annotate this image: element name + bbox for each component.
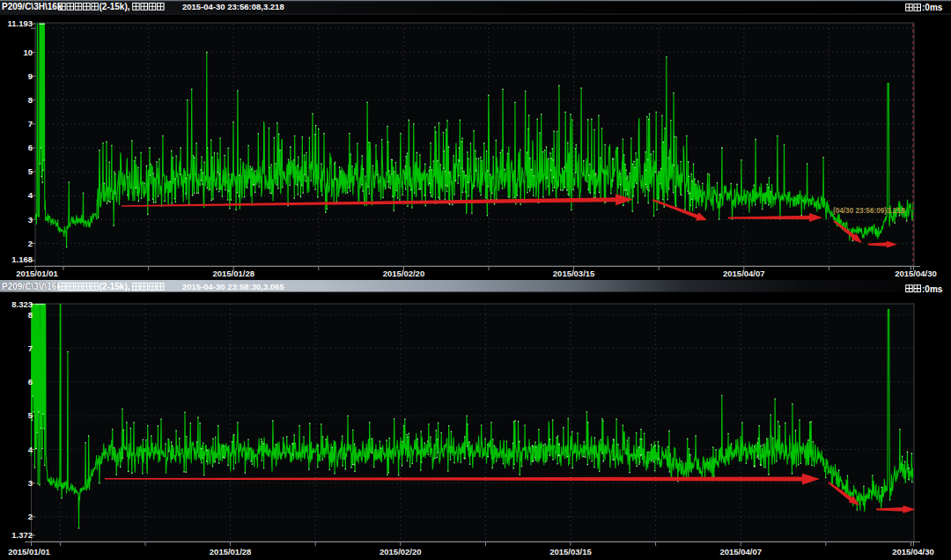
svg-text:5: 5 <box>28 166 33 176</box>
svg-text:2015/01/01: 2015/01/01 <box>8 547 50 556</box>
svg-text:10: 10 <box>23 48 33 57</box>
svg-text:(2-15k),: (2-15k), <box>100 282 130 291</box>
svg-text:5: 5 <box>28 410 33 420</box>
svg-text:7: 7 <box>28 119 33 129</box>
svg-text:1.372: 1.372 <box>11 530 33 540</box>
svg-text:11.193: 11.193 <box>7 18 33 28</box>
svg-text:3: 3 <box>28 215 33 225</box>
svg-text::0ms: :0ms <box>922 3 943 12</box>
svg-text:(04/30 23:56:09)3.218: (04/30 23:56:09)3.218 <box>833 207 905 215</box>
svg-text:2: 2 <box>28 239 33 248</box>
svg-text:2015-04-30 23:58:30,3.065: 2015-04-30 23:58:30,3.065 <box>182 282 284 291</box>
svg-text:2015/03/15: 2015/03/15 <box>553 269 595 278</box>
svg-text:2015/04/07: 2015/04/07 <box>719 547 762 556</box>
svg-text:P209/C\3H\16k: P209/C\3H\16k <box>2 2 63 11</box>
svg-text:2015/04/30: 2015/04/30 <box>895 269 937 278</box>
svg-text:2015/01/01: 2015/01/01 <box>16 269 58 278</box>
svg-text:8: 8 <box>28 310 33 320</box>
svg-text:3: 3 <box>28 478 33 488</box>
svg-text:2015/02/20: 2015/02/20 <box>380 547 422 556</box>
svg-text::0ms: :0ms <box>922 284 943 294</box>
svg-text:2015/01/28: 2015/01/28 <box>212 269 254 278</box>
svg-text:8: 8 <box>28 95 33 105</box>
svg-text:2015/04/07: 2015/04/07 <box>723 269 765 278</box>
svg-text:P209/C\3V\16k: P209/C\3V\16k <box>2 282 62 291</box>
svg-text:2015/04/30: 2015/04/30 <box>892 547 934 556</box>
svg-text:(2-15k),: (2-15k), <box>100 2 130 11</box>
svg-text:8.323: 8.323 <box>11 299 33 309</box>
svg-text:4: 4 <box>28 190 33 200</box>
svg-text:2015/02/20: 2015/02/20 <box>383 269 425 278</box>
svg-text:1.168: 1.168 <box>11 254 33 264</box>
svg-text:6: 6 <box>28 143 33 152</box>
svg-text:7: 7 <box>28 343 33 353</box>
svg-text:2015/03/15: 2015/03/15 <box>549 547 592 556</box>
svg-text:2015-04-30 23:56:08,3.218: 2015-04-30 23:56:08,3.218 <box>182 2 284 11</box>
svg-text:4: 4 <box>28 445 33 454</box>
svg-text:2: 2 <box>28 512 33 521</box>
svg-text:2015/01/28: 2015/01/28 <box>210 547 252 556</box>
svg-text:9: 9 <box>28 71 33 81</box>
svg-text:6: 6 <box>28 377 33 387</box>
